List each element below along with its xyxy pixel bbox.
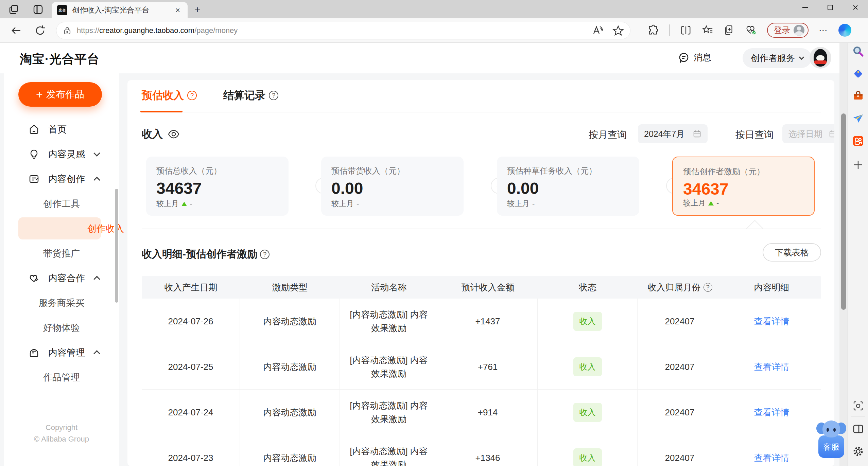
window-controls <box>793 0 868 15</box>
minimize-button[interactable] <box>793 0 818 15</box>
tab-actions-icon[interactable] <box>33 4 44 15</box>
download-table-button[interactable]: 下载表格 <box>763 243 821 262</box>
calendar-icon <box>829 129 834 138</box>
sidebar-item-content-management[interactable]: 内容管理 <box>4 340 119 365</box>
sidebar-shopping-icon[interactable] <box>852 68 864 79</box>
help-icon[interactable]: ? <box>260 250 270 259</box>
col-header-type: 激励类型 <box>240 276 340 299</box>
view-detail-link[interactable]: 查看详情 <box>754 360 789 374</box>
sidebar-item-promotion[interactable]: 带货推广 <box>4 241 119 266</box>
tab-favicon: 光合 <box>57 5 67 15</box>
help-icon[interactable]: ? <box>187 91 197 100</box>
bulb-icon <box>29 149 39 160</box>
col-header-activity: 活动名称 <box>340 276 438 299</box>
calendar-icon <box>693 129 701 138</box>
sidebar-scrollbar[interactable] <box>115 189 118 303</box>
table-row: 2024-07-26 内容动态激励 [内容动态激励] 内容效果激励 +1437 … <box>142 299 821 344</box>
new-tab-button[interactable]: + <box>194 4 201 16</box>
col-header-month: 收入归属月份? <box>638 276 722 299</box>
lock-icon <box>63 26 72 35</box>
sidebar-kuaishou-icon[interactable] <box>852 135 864 147</box>
read-aloud-icon[interactable] <box>592 25 604 36</box>
tab-settlement-records[interactable]: 结算记录 ? <box>223 88 278 103</box>
sidebar-tools-icon[interactable] <box>852 90 864 102</box>
card-creator-incentive[interactable]: 预估创作者激励（元） 34637 较上月- <box>672 157 815 216</box>
publish-work-button[interactable]: + 发布作品 <box>18 82 102 107</box>
sidebar-screenshot-icon[interactable] <box>852 400 864 412</box>
browser-essentials-icon[interactable] <box>745 24 757 36</box>
tab-close-icon[interactable]: × <box>173 5 182 15</box>
back-icon[interactable] <box>10 24 22 37</box>
help-icon[interactable]: ? <box>269 91 278 100</box>
page-viewport: 淘宝·光合平台 消息 创作者服务 + 发布作品 首页 <box>0 43 848 466</box>
signin-button[interactable]: 登录 <box>767 23 809 38</box>
page-scrollbar-thumb[interactable] <box>841 113 846 310</box>
view-detail-link[interactable]: 查看详情 <box>754 451 789 465</box>
up-arrow-icon <box>181 202 187 206</box>
favorites-list-icon[interactable] <box>702 24 713 36</box>
sidebar-item-creation-income[interactable]: 创作收入 <box>4 216 119 241</box>
close-button[interactable] <box>843 0 868 15</box>
sidebar-item-home[interactable]: 首页 <box>4 117 119 142</box>
browser-window: 光合 创作收入-淘宝光合平台 × + https://creator.guang… <box>0 0 868 466</box>
copyright: Copyright © Alibaba Group <box>4 408 119 445</box>
creator-service-dropdown[interactable]: 创作者服务 <box>743 48 812 68</box>
sidebar-layout-icon[interactable] <box>852 423 864 435</box>
site-logo[interactable]: 淘宝·光合平台 <box>20 51 100 68</box>
sidebar-search-icon[interactable] <box>852 46 864 57</box>
sidebar-settings-icon[interactable] <box>852 446 864 457</box>
maximize-button[interactable] <box>818 0 843 15</box>
archive-icon <box>29 347 39 358</box>
sidebar-add-icon[interactable] <box>852 159 864 171</box>
chevron-down-icon <box>799 54 804 60</box>
chevron-up-icon <box>93 276 100 283</box>
address-bar[interactable]: https://creator.guanghe.taobao.com/page/… <box>56 22 630 39</box>
tab-title: 创作收入-淘宝光合平台 <box>72 5 169 15</box>
table-header-row: 收入产生日期 激励类型 活动名称 预计收入金额 状态 收入归属月份? 内容明细 <box>142 276 821 299</box>
favorite-star-icon[interactable] <box>612 25 624 36</box>
eye-icon[interactable] <box>168 129 180 139</box>
month-picker[interactable]: 2024年7月 <box>638 124 708 143</box>
sidebar-item-inspiration[interactable]: 内容灵感 <box>4 142 119 166</box>
status-badge: 收入 <box>573 448 602 466</box>
copilot-icon[interactable] <box>838 24 851 37</box>
browser-tab[interactable]: 光合 创作收入-淘宝光合平台 × <box>52 2 188 18</box>
income-section-title: 收入 <box>142 127 180 141</box>
query-by-month-label: 按月查询 <box>589 128 627 141</box>
sidebar-item-product-trial[interactable]: 好物体验 <box>4 315 119 340</box>
extensions-icon[interactable] <box>647 24 659 36</box>
sidebar-item-service-purchase[interactable]: 服务商采买 <box>4 290 119 315</box>
sidebar-item-creation[interactable]: 内容创作 <box>4 166 119 191</box>
url-text: https://creator.guanghe.taobao.com/page/… <box>77 26 592 35</box>
view-detail-link[interactable]: 查看详情 <box>754 315 789 328</box>
table-row: 2024-07-23 内容动态激励 [内容动态激励] 内容效果激励 +1346 … <box>142 435 821 466</box>
income-table: 收入产生日期 激励类型 活动名称 预计收入金额 状态 收入归属月份? 内容明细 … <box>142 276 821 466</box>
table-row: 2024-07-25 内容动态激励 [内容动态激励] 内容效果激励 +761 收… <box>142 344 821 390</box>
card-total-income: 预估总收入（元） 34637 较上月- <box>146 157 289 216</box>
collections-icon[interactable] <box>724 24 735 36</box>
query-by-day-label: 按日查询 <box>735 128 774 141</box>
tab-estimated-income[interactable]: 预估收入 ? <box>142 88 197 103</box>
card-sales-income: 预估带货收入（元） 0.00 较上月- <box>321 157 464 216</box>
refresh-icon[interactable] <box>34 24 46 37</box>
sidebar-item-cooperation[interactable]: 内容合作 <box>4 266 119 290</box>
view-detail-link[interactable]: 查看详情 <box>754 406 789 419</box>
site-header: 淘宝·光合平台 消息 创作者服务 <box>0 43 848 73</box>
help-icon[interactable]: ? <box>704 283 712 292</box>
sidebar-item-works-management[interactable]: 作品管理 <box>4 365 119 390</box>
active-tab-underline <box>140 111 183 112</box>
sidebar-send-plane-icon[interactable] <box>852 113 864 124</box>
date-picker[interactable]: 选择日期 <box>782 124 834 143</box>
split-screen-icon[interactable] <box>680 24 692 36</box>
card-seeding-task-income: 预估种草任务收入（元） 0.00 较上月- <box>497 157 639 216</box>
customer-service-button[interactable]: 客服 <box>818 420 844 458</box>
settings-more-icon[interactable]: ⋯ <box>819 25 828 36</box>
hearts-icon <box>29 273 39 284</box>
sidebar-item-creation-tools[interactable]: 创作工具 <box>4 191 119 216</box>
workspaces-icon[interactable] <box>9 4 20 15</box>
messages-button[interactable]: 消息 <box>678 52 711 64</box>
chevron-down-icon <box>93 150 100 157</box>
message-icon <box>678 52 690 64</box>
home-icon <box>29 124 39 135</box>
user-avatar[interactable] <box>810 47 831 69</box>
